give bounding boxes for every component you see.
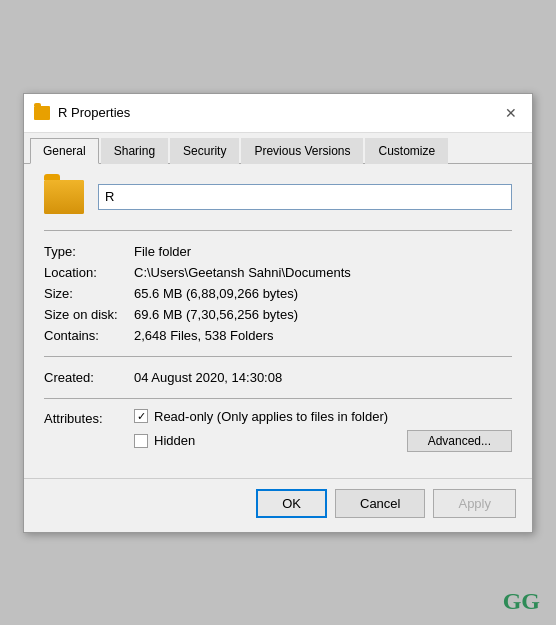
hidden-attr-row: Hidden (134, 433, 195, 448)
attributes-label: Attributes: (44, 411, 103, 426)
contains-row: Contains: 2,648 Files, 538 Folders (44, 325, 512, 346)
apply-button[interactable]: Apply (433, 489, 516, 518)
type-label: Type: (44, 244, 134, 259)
attributes-controls: Read-only (Only applies to files in fold… (134, 409, 512, 452)
window-title: R Properties (58, 105, 130, 120)
attributes-section: Attributes: Read-only (Only applies to f… (44, 409, 512, 452)
folder-section (44, 180, 512, 214)
readonly-checkbox[interactable] (134, 409, 148, 423)
title-folder-icon (34, 106, 50, 120)
title-bar: R Properties ✕ (24, 94, 532, 133)
attributes-label-col: Attributes: (44, 409, 134, 426)
title-bar-left: R Properties (34, 105, 130, 120)
properties-window: R Properties ✕ General Sharing Security … (23, 93, 533, 533)
tab-general[interactable]: General (30, 138, 99, 164)
type-value: File folder (134, 244, 191, 259)
location-row: Location: C:\Users\Geetansh Sahni\Docume… (44, 262, 512, 283)
created-label: Created: (44, 370, 134, 385)
watermark: GG (503, 588, 540, 615)
tab-bar: General Sharing Security Previous Versio… (24, 133, 532, 164)
size-label: Size: (44, 286, 134, 301)
hidden-label: Hidden (154, 433, 195, 448)
contains-value: 2,648 Files, 538 Folders (134, 328, 273, 343)
location-label: Location: (44, 265, 134, 280)
tab-customize[interactable]: Customize (365, 138, 448, 164)
contains-label: Contains: (44, 328, 134, 343)
size-on-disk-value: 69.6 MB (7,30,56,256 bytes) (134, 307, 298, 322)
folder-name-input[interactable] (98, 184, 512, 210)
advanced-button[interactable]: Advanced... (407, 430, 512, 452)
folder-icon (44, 180, 84, 214)
size-row: Size: 65.6 MB (6,88,09,266 bytes) (44, 283, 512, 304)
divider-3 (44, 398, 512, 399)
location-value: C:\Users\Geetansh Sahni\Documents (134, 265, 351, 280)
hidden-checkbox[interactable] (134, 434, 148, 448)
divider-1 (44, 230, 512, 231)
readonly-row: Read-only (Only applies to files in fold… (134, 409, 512, 424)
created-value: 04 August 2020, 14:30:08 (134, 370, 282, 385)
tab-content: Type: File folder Location: C:\Users\Gee… (24, 164, 532, 468)
created-table: Created: 04 August 2020, 14:30:08 (44, 367, 512, 388)
size-on-disk-row: Size on disk: 69.6 MB (7,30,56,256 bytes… (44, 304, 512, 325)
created-row: Created: 04 August 2020, 14:30:08 (44, 367, 512, 388)
ok-button[interactable]: OK (256, 489, 327, 518)
tab-previous-versions[interactable]: Previous Versions (241, 138, 363, 164)
cancel-button[interactable]: Cancel (335, 489, 425, 518)
close-button[interactable]: ✕ (500, 102, 522, 124)
tab-security[interactable]: Security (170, 138, 239, 164)
tab-sharing[interactable]: Sharing (101, 138, 168, 164)
footer: OK Cancel Apply (24, 478, 532, 532)
readonly-attr-row: Read-only (Only applies to files in fold… (134, 409, 388, 424)
size-value: 65.6 MB (6,88,09,266 bytes) (134, 286, 298, 301)
hidden-row: Hidden Advanced... (134, 430, 512, 452)
info-table: Type: File folder Location: C:\Users\Gee… (44, 241, 512, 346)
divider-2 (44, 356, 512, 357)
type-row: Type: File folder (44, 241, 512, 262)
readonly-label: Read-only (Only applies to files in fold… (154, 409, 388, 424)
size-on-disk-label: Size on disk: (44, 307, 134, 322)
